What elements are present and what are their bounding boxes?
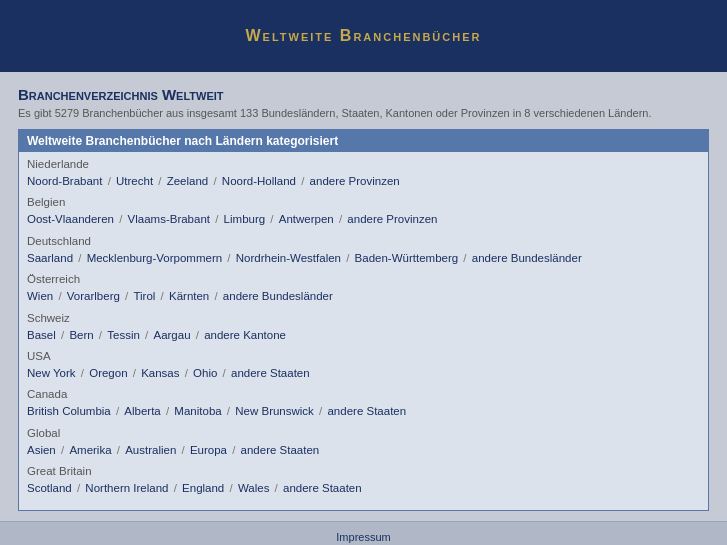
country-link-6-0[interactable]: British Columbia [27,405,111,417]
country-link-3-3[interactable]: Kärnten [169,290,209,302]
country-link-8-3[interactable]: Wales [238,482,270,494]
country-links-0: Noord-Brabant / Utrecht / Zeeland / Noor… [27,172,700,190]
country-link-0-2[interactable]: Zeeland [167,175,209,187]
country-link-3-4[interactable]: andere Bundesländer [223,290,333,302]
country-link-0-4[interactable]: andere Provinzen [310,175,400,187]
country-name-6: Canada [27,388,700,400]
country-link-5-0[interactable]: New York [27,367,76,379]
country-link-1-3[interactable]: Antwerpen [279,213,334,225]
separator: / [75,252,85,264]
separator: / [267,213,277,225]
country-link-2-3[interactable]: Baden-Württemberg [355,252,459,264]
country-link-2-1[interactable]: Mecklenburg-Vorpommern [87,252,223,264]
country-link-1-2[interactable]: Limburg [224,213,266,225]
country-link-4-3[interactable]: Aargau [153,329,190,341]
country-link-6-3[interactable]: New Brunswick [235,405,314,417]
country-link-7-4[interactable]: andere Staaten [241,444,320,456]
separator: / [343,252,353,264]
separator: / [226,482,236,494]
country-section-4: SchweizBasel / Bern / Tessin / Aargau / … [27,312,700,344]
separator: / [210,175,220,187]
separator: / [219,367,229,379]
country-link-3-2[interactable]: Tirol [133,290,155,302]
country-link-6-1[interactable]: Alberta [124,405,160,417]
separator: / [114,444,124,456]
country-link-7-3[interactable]: Europa [190,444,227,456]
country-links-2: Saarland / Mecklenburg-Vorpommern / Nord… [27,249,700,267]
separator: / [170,482,180,494]
country-links-3: Wien / Vorarlberg / Tirol / Kärnten / an… [27,287,700,305]
country-link-8-0[interactable]: Scotland [27,482,72,494]
separator: / [460,252,470,264]
separator: / [155,175,165,187]
country-link-5-1[interactable]: Oregon [89,367,127,379]
country-name-4: Schweiz [27,312,700,324]
country-link-3-1[interactable]: Vorarlberg [67,290,120,302]
separator: / [130,367,140,379]
country-links-1: Oost-Vlaanderen / Vlaams-Brabant / Limbu… [27,210,700,228]
country-name-0: Niederlande [27,158,700,170]
country-links-8: Scotland / Northern Ireland / England / … [27,479,700,497]
country-link-8-2[interactable]: England [182,482,224,494]
country-link-8-4[interactable]: andere Staaten [283,482,362,494]
country-name-1: Belgien [27,196,700,208]
separator: / [271,482,281,494]
country-link-5-3[interactable]: Ohio [193,367,217,379]
separator: / [336,213,346,225]
country-link-2-0[interactable]: Saarland [27,252,73,264]
country-name-5: USA [27,350,700,362]
country-link-6-4[interactable]: andere Staaten [327,405,406,417]
country-link-7-2[interactable]: Australien [125,444,176,456]
country-name-7: Global [27,427,700,439]
country-name-8: Great Britain [27,465,700,477]
header: Weltweite Branchenbücher [0,0,727,72]
country-link-2-4[interactable]: andere Bundesländer [472,252,582,264]
separator: / [58,444,68,456]
country-link-3-0[interactable]: Wien [27,290,53,302]
country-links-6: British Columbia / Alberta / Manitoba / … [27,402,700,420]
separator: / [104,175,114,187]
separator: / [229,444,239,456]
impressum-link[interactable]: Impressum [336,531,390,543]
header-title: Weltweite Branchenbücher [246,27,482,45]
country-links-5: New York / Oregon / Kansas / Ohio / ande… [27,364,700,382]
footer: Impressum [0,521,727,545]
country-link-5-2[interactable]: Kansas [141,367,179,379]
country-section-3: ÖsterreichWien / Vorarlberg / Tirol / Kä… [27,273,700,305]
country-name-2: Deutschland [27,235,700,247]
country-link-6-2[interactable]: Manitoba [174,405,221,417]
country-section-7: GlobalAsien / Amerika / Australien / Eur… [27,427,700,459]
country-link-2-2[interactable]: Nordrhein-Westfalen [236,252,341,264]
separator: / [157,290,167,302]
separator: / [316,405,326,417]
country-link-4-2[interactable]: Tessin [107,329,140,341]
country-link-1-0[interactable]: Oost-Vlaanderen [27,213,114,225]
separator: / [122,290,132,302]
separator: / [113,405,123,417]
separator: / [193,329,203,341]
country-link-7-0[interactable]: Asien [27,444,56,456]
page-title: Branchenverzeichnis Weltweit [18,86,709,103]
country-link-1-1[interactable]: Vlaams-Brabant [128,213,210,225]
country-section-1: BelgienOost-Vlaanderen / Vlaams-Brabant … [27,196,700,228]
country-link-0-3[interactable]: Noord-Holland [222,175,296,187]
country-link-4-0[interactable]: Basel [27,329,56,341]
separator: / [224,252,234,264]
separator: / [58,329,68,341]
country-link-0-0[interactable]: Noord-Brabant [27,175,102,187]
country-link-4-4[interactable]: andere Kantone [204,329,286,341]
separator: / [55,290,65,302]
country-link-5-4[interactable]: andere Staaten [231,367,310,379]
separator: / [74,482,84,494]
country-link-0-1[interactable]: Utrecht [116,175,153,187]
country-link-8-1[interactable]: Northern Ireland [85,482,168,494]
country-link-7-1[interactable]: Amerika [69,444,111,456]
separator: / [212,213,222,225]
country-link-1-4[interactable]: andere Provinzen [347,213,437,225]
country-name-3: Österreich [27,273,700,285]
country-link-4-1[interactable]: Bern [69,329,93,341]
page-subtitle: Es gibt 5279 Branchenbücher aus insgesam… [18,107,709,119]
separator: / [224,405,234,417]
separator: / [142,329,152,341]
country-section-0: NiederlandeNoord-Brabant / Utrecht / Zee… [27,158,700,190]
